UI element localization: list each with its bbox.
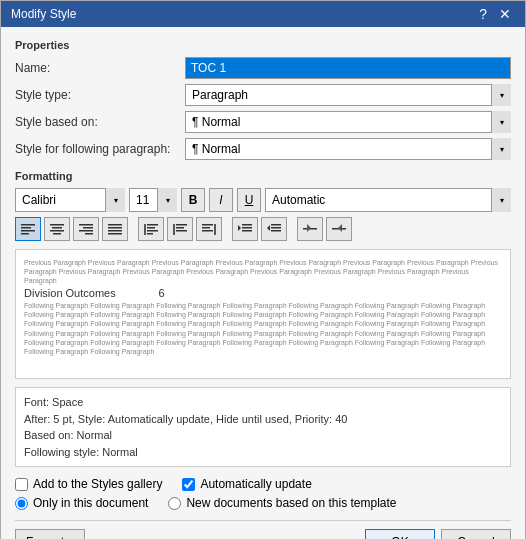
title-bar-buttons: ? ✕ bbox=[475, 7, 515, 21]
svg-marker-38 bbox=[307, 224, 311, 232]
style-based-on-select[interactable]: ¶ Normal bbox=[185, 111, 511, 133]
italic-button[interactable]: I bbox=[209, 188, 233, 212]
svg-rect-15 bbox=[108, 233, 122, 235]
svg-rect-10 bbox=[79, 230, 93, 232]
name-input[interactable] bbox=[185, 57, 511, 79]
svg-rect-16 bbox=[147, 224, 158, 226]
svg-rect-13 bbox=[108, 227, 122, 229]
preview-content-value: 6 bbox=[159, 287, 165, 299]
svg-marker-40 bbox=[338, 224, 342, 232]
format-button[interactable]: Format ▾ bbox=[15, 529, 85, 539]
svg-rect-7 bbox=[53, 233, 61, 235]
desc-line2: After: 5 pt, Style: Automatically update… bbox=[24, 411, 502, 428]
style-type-select[interactable]: Paragraph bbox=[185, 84, 511, 106]
svg-rect-28 bbox=[214, 224, 216, 235]
svg-rect-33 bbox=[271, 224, 281, 226]
color-select-wrapper: Automatic ▾ bbox=[265, 188, 511, 212]
decrease-indent-button[interactable] bbox=[261, 217, 287, 241]
align-right-button[interactable] bbox=[73, 217, 99, 241]
indent-more-button[interactable] bbox=[326, 217, 352, 241]
svg-rect-4 bbox=[50, 224, 64, 226]
style-based-on-select-wrapper: ¶ Normal ▾ bbox=[185, 111, 511, 133]
size-select-wrapper: 11 ▾ bbox=[129, 188, 177, 212]
add-to-gallery-text: Add to the Styles gallery bbox=[33, 477, 162, 491]
svg-rect-30 bbox=[242, 227, 252, 229]
new-docs-radio[interactable] bbox=[168, 497, 181, 510]
desc-line1: Font: Space bbox=[24, 394, 502, 411]
only-this-doc-text: Only in this document bbox=[33, 496, 148, 510]
svg-rect-5 bbox=[52, 227, 62, 229]
svg-rect-29 bbox=[242, 224, 252, 226]
auto-update-text: Automatically update bbox=[200, 477, 311, 491]
underline-button[interactable]: U bbox=[237, 188, 261, 212]
properties-section: Properties Name: Style type: Paragraph ▾ bbox=[15, 39, 511, 160]
options-row: Add to the Styles gallery Automatically … bbox=[15, 477, 511, 491]
svg-rect-8 bbox=[79, 224, 93, 226]
new-docs-text: New documents based on this template bbox=[186, 496, 396, 510]
preview-content-label: Division Outcomes bbox=[24, 287, 116, 299]
style-type-label: Style type: bbox=[15, 88, 185, 102]
new-docs-label[interactable]: New documents based on this template bbox=[168, 496, 396, 510]
color-select[interactable]: Automatic bbox=[265, 188, 511, 212]
align-right2-button[interactable] bbox=[196, 217, 222, 241]
help-button[interactable]: ? bbox=[475, 7, 491, 21]
svg-rect-9 bbox=[83, 227, 93, 229]
svg-rect-18 bbox=[147, 230, 158, 232]
buttons-row: Format ▾ OK Cancel bbox=[15, 520, 511, 539]
formatting-label: Formatting bbox=[15, 170, 511, 182]
preview-content: Division Outcomes 6 bbox=[24, 287, 502, 299]
add-to-gallery-label[interactable]: Add to the Styles gallery bbox=[15, 477, 162, 491]
auto-update-label[interactable]: Automatically update bbox=[182, 477, 311, 491]
style-following-select-wrapper: ¶ Normal ▾ bbox=[185, 138, 511, 160]
svg-rect-23 bbox=[176, 230, 187, 232]
style-following-select[interactable]: ¶ Normal bbox=[185, 138, 511, 160]
description-box: Font: Space After: 5 pt, Style: Automati… bbox=[15, 387, 511, 467]
style-following-row: Style for following paragraph: ¶ Normal … bbox=[15, 138, 511, 160]
svg-rect-22 bbox=[176, 227, 184, 229]
preview-following-para: Following Paragraph Following Paragraph … bbox=[24, 301, 502, 356]
add-to-gallery-checkbox[interactable] bbox=[15, 478, 28, 491]
properties-label: Properties bbox=[15, 39, 511, 51]
font-select-wrapper: Calibri ▾ bbox=[15, 188, 125, 212]
alignment-row bbox=[15, 217, 511, 241]
action-buttons: OK Cancel bbox=[365, 529, 511, 539]
svg-rect-31 bbox=[242, 230, 252, 232]
ok-button[interactable]: OK bbox=[365, 529, 435, 539]
svg-rect-34 bbox=[271, 227, 281, 229]
svg-rect-11 bbox=[85, 233, 93, 235]
svg-rect-20 bbox=[144, 224, 146, 235]
svg-rect-2 bbox=[21, 230, 35, 232]
size-select[interactable]: 11 bbox=[129, 188, 177, 212]
svg-rect-3 bbox=[21, 233, 29, 235]
close-button[interactable]: ✕ bbox=[495, 7, 515, 21]
only-this-doc-radio[interactable] bbox=[15, 497, 28, 510]
cancel-button[interactable]: Cancel bbox=[441, 529, 511, 539]
modify-style-dialog: Modify Style ? ✕ Properties Name: Style … bbox=[0, 0, 526, 539]
font-select[interactable]: Calibri bbox=[15, 188, 125, 212]
align-left2-button[interactable] bbox=[138, 217, 164, 241]
align-center-button[interactable] bbox=[44, 217, 70, 241]
desc-line4: Following style: Normal bbox=[24, 444, 502, 461]
svg-rect-14 bbox=[108, 230, 122, 232]
svg-marker-36 bbox=[267, 225, 270, 231]
radio-row: Only in this document New documents base… bbox=[15, 496, 511, 510]
style-based-on-row: Style based on: ¶ Normal ▾ bbox=[15, 111, 511, 133]
align-justify-button[interactable] bbox=[102, 217, 128, 241]
indent-less-button[interactable] bbox=[297, 217, 323, 241]
only-this-doc-label[interactable]: Only in this document bbox=[15, 496, 148, 510]
font-row: Calibri ▾ 11 ▾ B I U Automatic bbox=[15, 188, 511, 212]
auto-update-checkbox[interactable] bbox=[182, 478, 195, 491]
style-type-row: Style type: Paragraph ▾ bbox=[15, 84, 511, 106]
svg-rect-25 bbox=[202, 224, 213, 226]
bold-button[interactable]: B bbox=[181, 188, 205, 212]
formatting-section: Formatting Calibri ▾ 11 ▾ B I U bbox=[15, 170, 511, 241]
svg-rect-24 bbox=[173, 224, 175, 235]
svg-rect-35 bbox=[271, 230, 281, 232]
increase-indent-button[interactable] bbox=[232, 217, 258, 241]
align-left-button[interactable] bbox=[15, 217, 41, 241]
name-label: Name: bbox=[15, 61, 185, 75]
dialog-title: Modify Style bbox=[11, 7, 76, 21]
style-following-label: Style for following paragraph: bbox=[15, 142, 185, 156]
align-center2-button[interactable] bbox=[167, 217, 193, 241]
svg-rect-19 bbox=[147, 233, 153, 235]
